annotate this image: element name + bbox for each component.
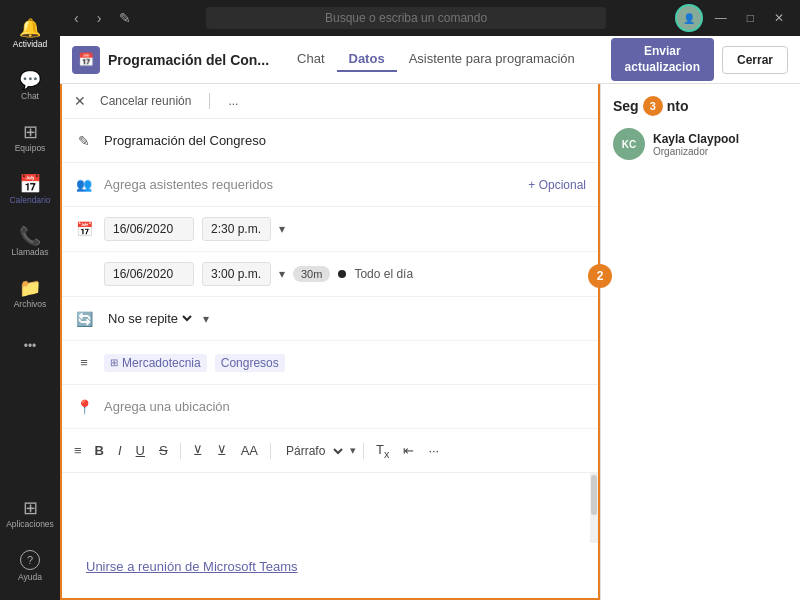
- start-time-select[interactable]: 2:30 p.m.: [202, 217, 271, 241]
- sidebar-item-actividad[interactable]: 🔔 Actividad: [6, 10, 54, 58]
- tab-datos[interactable]: Datos: [337, 47, 397, 72]
- teams-tag-2[interactable]: Congresos: [215, 354, 285, 372]
- location-input[interactable]: [104, 399, 586, 414]
- location-icon: 📍: [74, 399, 94, 415]
- form-row-location: 📍: [62, 385, 598, 429]
- more-options-button[interactable]: ...: [222, 92, 244, 110]
- recurrence-select[interactable]: No se repite: [104, 310, 195, 327]
- titlebar: ‹ › ✎ 👤 — □ ✕: [60, 0, 800, 36]
- sidebar-item-calendario[interactable]: 📅 Calendario: [6, 166, 54, 214]
- form-row-channel-content: ⊞ Mercadotecnia Congresos: [104, 354, 586, 372]
- form-row-channel: ≡ ⊞ Mercadotecnia Congresos: [62, 341, 598, 385]
- tab-chat[interactable]: Chat: [285, 47, 336, 72]
- more-format-button[interactable]: ···: [423, 440, 444, 461]
- sidebar-item-llamadas[interactable]: 📞 Llamadas: [6, 218, 54, 266]
- form-toolbar: ✕ Cancelar reunión ...: [62, 84, 598, 119]
- ayuda-icon: ?: [20, 550, 40, 570]
- calendar-icon: 📅: [74, 221, 94, 237]
- meeting-tabs: Chat Datos Asistente para programación: [285, 47, 587, 72]
- teams-tag-1-label: Mercadotecnia: [122, 356, 201, 370]
- end-time-select[interactable]: 3:00 p.m.: [202, 262, 271, 286]
- sidebar-item-equipos[interactable]: ⊞ Equipos: [6, 114, 54, 162]
- scrollbar[interactable]: [590, 473, 598, 543]
- form-row-start-content: 2:30 p.m. ▾: [104, 217, 586, 241]
- restore-button[interactable]: □: [739, 9, 762, 27]
- attendees-icon: 👥: [74, 177, 94, 192]
- attendee-info: Kayla Claypool Organizador: [653, 132, 739, 157]
- italic-button[interactable]: I: [113, 440, 127, 461]
- seguimiento-label-2: nto: [667, 98, 689, 114]
- form-row-attendees: 👥 + Opcional: [62, 163, 598, 207]
- teams-link-container: Unirse a reunión de Microsoft Teams: [62, 543, 598, 594]
- more-icon: •••: [24, 340, 37, 352]
- meeting-icon: 📅: [72, 46, 100, 74]
- form-row-recurrence: 🔄 No se repite ▾: [62, 297, 598, 341]
- teams-tag-1[interactable]: ⊞ Mercadotecnia: [104, 354, 207, 372]
- titlebar-nav: ‹ › ✎: [68, 8, 137, 28]
- archivos-icon: 📁: [19, 279, 41, 297]
- format-toolbar-row: ≡ B I U S ⊻ ⊻ AA Párrafo ▾ Tx ⇤: [62, 429, 598, 473]
- tab-asistente[interactable]: Asistente para programación: [397, 47, 587, 72]
- teams-tag-1-icon: ⊞: [110, 357, 118, 368]
- sidebar-item-aplicaciones[interactable]: ⊞ Aplicaciones: [6, 490, 54, 538]
- minimize-button[interactable]: —: [707, 9, 735, 27]
- editor-container: [62, 473, 598, 543]
- format-size-button[interactable]: AA: [236, 440, 263, 461]
- cancel-meeting-button[interactable]: Cancelar reunión: [94, 92, 197, 110]
- indent-button[interactable]: ⇤: [398, 440, 419, 461]
- cancel-meeting-label: Cancelar reunión: [100, 94, 191, 108]
- format-font-button[interactable]: ⊻: [188, 440, 208, 461]
- sidebar-item-ayuda[interactable]: ? Ayuda: [6, 542, 54, 590]
- forward-button[interactable]: ›: [91, 8, 108, 28]
- search-input[interactable]: [206, 7, 606, 29]
- sidebar-label-equipos: Equipos: [15, 143, 46, 153]
- actividad-icon: 🔔: [19, 19, 41, 37]
- close-button[interactable]: Cerrar: [722, 46, 788, 74]
- main-area: ‹ › ✎ 👤 — □ ✕ 📅 Programación del Con... …: [60, 0, 800, 600]
- close-window-button[interactable]: ✕: [766, 9, 792, 27]
- right-panel: Seg 3 nto KC Kayla Claypool Organizador: [600, 84, 800, 600]
- scrollbar-thumb: [591, 475, 597, 515]
- strikethrough-button[interactable]: S: [154, 440, 173, 461]
- back-button[interactable]: ‹: [68, 8, 85, 28]
- send-update-button[interactable]: Enviar actualizacion: [611, 38, 714, 81]
- attendees-input[interactable]: [104, 177, 520, 192]
- fmt-divider-1: [180, 443, 181, 459]
- paragraph-select[interactable]: Párrafo: [278, 441, 346, 461]
- sidebar-item-archivos[interactable]: 📁 Archivos: [6, 270, 54, 318]
- editor-area[interactable]: [62, 473, 598, 543]
- attendee-name: Kayla Claypool: [653, 132, 739, 146]
- avatar[interactable]: 👤: [675, 4, 703, 32]
- attendee-item: KC Kayla Claypool Organizador: [613, 128, 788, 160]
- form-row-location-content: [104, 399, 586, 414]
- optional-label[interactable]: + Opcional: [528, 178, 586, 192]
- meeting-title-input[interactable]: [104, 133, 586, 148]
- list-icon: ≡: [74, 443, 82, 458]
- right-panel-title: Seg 3 nto: [613, 96, 788, 116]
- format-color-button[interactable]: ⊻: [212, 440, 232, 461]
- meeting-title: Programación del Con...: [108, 52, 269, 68]
- clear-format-button[interactable]: Tx: [371, 439, 394, 463]
- edit-button[interactable]: ✎: [113, 8, 137, 28]
- sidebar-label-archivos: Archivos: [14, 299, 47, 309]
- content-area: 📅 Programación del Con... Chat Datos Asi…: [60, 36, 800, 600]
- all-day-label: Todo el día: [354, 267, 413, 281]
- teams-meeting-link[interactable]: Unirse a reunión de Microsoft Teams: [74, 549, 586, 584]
- sidebar-item-chat[interactable]: 💬 Chat: [6, 62, 54, 110]
- bold-button[interactable]: B: [90, 440, 109, 461]
- sidebar-label-llamadas: Llamadas: [12, 247, 49, 257]
- fmt-divider-3: [363, 443, 364, 459]
- form-row-recurrence-content: No se repite ▾: [104, 310, 586, 327]
- body-split: ✕ Cancelar reunión ... ✎: [60, 84, 800, 600]
- end-date-input[interactable]: [104, 262, 194, 286]
- sidebar-item-more[interactable]: •••: [6, 322, 54, 370]
- form-row-start: 📅 2:30 p.m. ▾: [62, 207, 598, 252]
- form-row-attendees-content: + Opcional: [104, 177, 586, 192]
- dot-separator: [338, 270, 346, 278]
- start-date-input[interactable]: [104, 217, 194, 241]
- underline-button[interactable]: U: [131, 440, 150, 461]
- titlebar-right: 👤 — □ ✕: [675, 4, 792, 32]
- sidebar-label-calendario: Calendario: [9, 195, 50, 205]
- equipos-icon: ⊞: [23, 123, 38, 141]
- duration-badge: 30m: [293, 266, 330, 282]
